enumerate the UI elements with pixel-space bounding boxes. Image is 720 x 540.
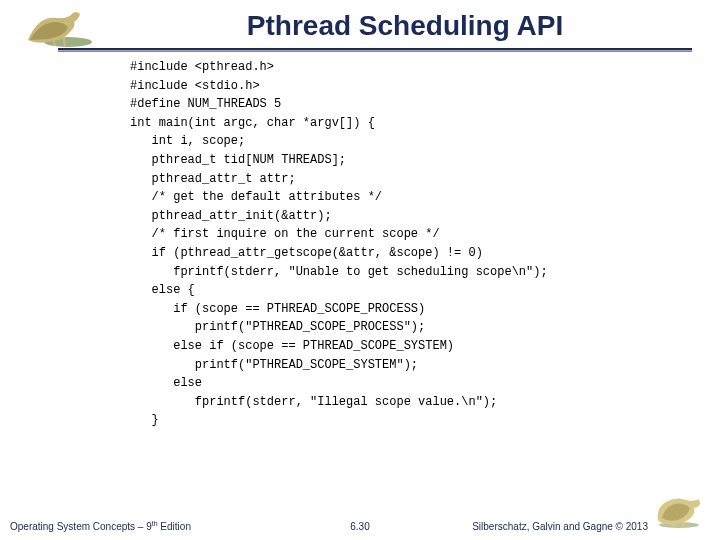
title-underline	[58, 48, 692, 52]
footer-copyright: Silberschatz, Galvin and Gagne © 2013	[472, 521, 648, 532]
code-block: #include <pthread.h> #include <stdio.h> …	[130, 58, 680, 496]
dinosaur-icon	[18, 6, 98, 50]
footer: Operating System Concepts – 9th Edition …	[0, 512, 720, 532]
slide: Pthread Scheduling API #include <pthread…	[0, 0, 720, 540]
slide-title: Pthread Scheduling API	[130, 10, 680, 42]
